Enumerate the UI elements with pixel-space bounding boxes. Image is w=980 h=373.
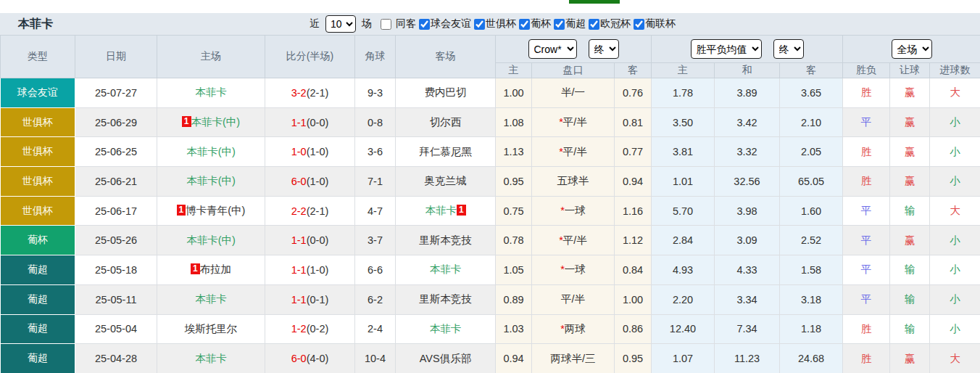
home-team-name[interactable]: 本菲卡(中) <box>191 116 241 128</box>
away-team-name[interactable]: 奥克兰城 <box>425 175 467 186</box>
competition-filter: 葡杯 <box>519 17 551 30</box>
halftime-score: (0-2) <box>307 323 329 335</box>
ah-line: 平/半 <box>563 116 587 128</box>
odds-draw: 32.56 <box>715 167 780 197</box>
col-header-away: 客场 <box>396 36 496 78</box>
competition-checkbox[interactable] <box>474 19 485 30</box>
result-handicap: 赢 <box>890 226 930 255</box>
odds-home: 1.07 <box>652 344 715 373</box>
home-live-badge: 1 <box>191 263 200 274</box>
matches-label: 场 <box>362 17 372 30</box>
col-header-date: 日期 <box>75 36 157 78</box>
match-date: 25-06-17 <box>75 196 157 226</box>
result-wdl: 平 <box>843 107 890 137</box>
col-header-result-goals: 进球数 <box>930 63 980 78</box>
competition-checkbox[interactable] <box>419 19 430 30</box>
avg-odds-select[interactable]: 胜平负均值 <box>691 39 762 59</box>
ah-home-odds: 0.95 <box>496 167 532 197</box>
score-cell: 3-2(2-1) <box>265 78 355 108</box>
corners-score: 6-2 <box>355 284 396 314</box>
score-cell: 1-1(0-1) <box>265 284 355 314</box>
result-goals: 小 <box>930 284 980 314</box>
away-team-name[interactable]: AVS俱乐部 <box>420 353 471 364</box>
home-team-name[interactable]: 本菲卡(中) <box>186 234 236 246</box>
home-team-cell: 本菲卡(中) <box>157 137 265 167</box>
away-team-name[interactable]: 里斯本竞技 <box>419 293 472 305</box>
home-live-badge: 1 <box>182 116 191 127</box>
score-cell: 1-1(1-0) <box>265 255 355 285</box>
competition-label: 世俱杯 <box>486 17 516 30</box>
away-team-name[interactable]: 切尔西 <box>430 116 462 128</box>
ah-line: 平/半 <box>563 146 587 157</box>
competition-checkbox[interactable] <box>634 19 644 30</box>
result-wdl: 胜 <box>843 167 890 197</box>
corners-score: 3-7 <box>355 226 396 255</box>
competition-checkbox[interactable] <box>554 19 565 30</box>
home-team-name[interactable]: 布拉加 <box>200 263 232 275</box>
home-team-name[interactable]: 博卡青年(中) <box>186 205 245 216</box>
away-team-name[interactable]: 本菲卡 <box>430 323 462 335</box>
odds-time-select[interactable]: 终 <box>589 39 619 59</box>
match-row: 世俱杯 25-06-25 本菲卡(中) 1-0(1-0) 3-6 拜仁慕尼黑 1… <box>1 137 980 167</box>
match-type-badge: 葡超 <box>1 255 75 285</box>
ah-line-cell: *平/半 <box>532 226 615 255</box>
match-date: 25-06-25 <box>75 137 157 167</box>
ah-line-cell: *一球 <box>532 255 615 285</box>
result-goals: 小 <box>930 167 980 197</box>
result-handicap: 赢 <box>890 167 930 197</box>
period-select[interactable]: 全场 <box>892 39 932 59</box>
ah-line: 两球 <box>565 323 586 335</box>
match-type-badge: 葡超 <box>1 344 75 373</box>
col-header-score: 比分(半场) <box>265 36 355 78</box>
col-header-odds-away: 客 <box>780 63 843 78</box>
odds-away: 1.58 <box>780 255 843 285</box>
odds-home: 3.81 <box>652 137 715 167</box>
halftime-score: (2-1) <box>307 205 329 217</box>
odds-home: 2.84 <box>652 226 715 255</box>
home-team-cell: 埃斯托里尔 <box>157 314 265 344</box>
home-team-name[interactable]: 本菲卡(中) <box>186 175 236 186</box>
away-team-name[interactable]: 本菲卡 <box>425 205 457 216</box>
match-type-badge: 葡杯 <box>1 226 75 255</box>
same-away-label: 同客 <box>396 17 416 30</box>
score-cell: 1-2(0-2) <box>265 314 355 344</box>
competition-checkbox[interactable] <box>519 19 530 30</box>
away-team-name[interactable]: 里斯本竞技 <box>419 234 472 246</box>
match-row: 葡超 25-05-11 本菲卡 1-1(0-1) 6-2 里斯本竞技 0.89 … <box>1 284 980 314</box>
ah-line: 半/一 <box>561 86 585 98</box>
col-header-ah-line: 盘口 <box>532 63 615 78</box>
away-team-name[interactable]: 拜仁慕尼黑 <box>419 146 472 157</box>
home-team-name[interactable]: 本菲卡 <box>195 86 227 98</box>
period-select-group: 全场 <box>843 36 980 63</box>
avg-time-select[interactable]: 终 <box>773 39 804 59</box>
home-team-cell: 1布拉加 <box>157 255 265 285</box>
home-team-cell: 1本菲卡(中) <box>157 107 265 137</box>
home-team-name[interactable]: 本菲卡(中) <box>186 146 236 157</box>
ah-away-odds: 1.00 <box>615 284 652 314</box>
ah-line-cell: *平/半 <box>532 137 615 167</box>
result-wdl: 平 <box>843 196 890 226</box>
odds-company-select[interactable]: Crow* <box>528 39 577 59</box>
filter-controls: 近 10 场 同客 球会友谊 世俱杯 葡杯 葡超 <box>310 13 676 35</box>
home-team-name[interactable]: 本菲卡 <box>195 293 227 305</box>
ah-line-cell: *平/半 <box>532 284 615 314</box>
away-team-name[interactable]: 费内巴切 <box>425 86 467 98</box>
away-team-name[interactable]: 本菲卡 <box>430 263 462 275</box>
odds-draw: 3.42 <box>715 107 780 137</box>
col-header-result-handicap: 让球 <box>890 63 930 78</box>
recent-count-select[interactable]: 10 <box>325 15 356 33</box>
result-goals: 小 <box>930 137 980 167</box>
ah-home-odds: 0.78 <box>496 226 532 255</box>
halftime-score: (0-0) <box>307 234 329 246</box>
ah-line: 平/半 <box>561 293 585 305</box>
home-team-name[interactable]: 埃斯托里尔 <box>185 323 238 335</box>
home-team-name[interactable]: 本菲卡 <box>195 353 227 364</box>
halftime-score: (4-0) <box>307 353 329 364</box>
match-date: 25-06-29 <box>75 107 157 137</box>
match-date: 25-05-26 <box>75 226 157 255</box>
same-away-checkbox[interactable] <box>381 19 391 30</box>
competition-checkbox[interactable] <box>589 19 599 30</box>
fulltime-score: 2-2 <box>291 205 307 217</box>
result-goals: 大 <box>930 196 980 226</box>
odds-away: 2.10 <box>780 107 843 137</box>
